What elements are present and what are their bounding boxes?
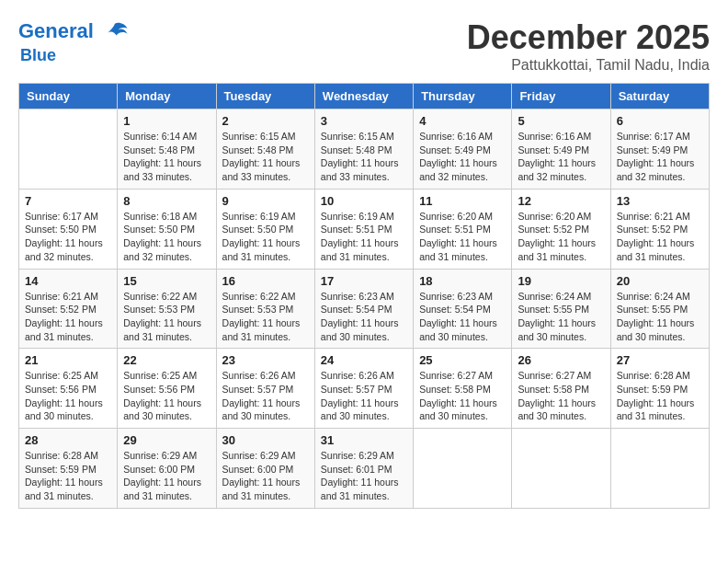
logo: General Blue: [18, 18, 129, 65]
calendar-cell: 13Sunrise: 6:21 AMSunset: 5:52 PMDayligh…: [610, 189, 709, 269]
day-info: Sunrise: 6:27 AMSunset: 5:58 PMDaylight:…: [518, 369, 604, 423]
day-info: Sunrise: 6:22 AMSunset: 5:53 PMDaylight:…: [123, 290, 210, 344]
day-number: 2: [222, 114, 309, 128]
calendar-cell: 8Sunrise: 6:18 AMSunset: 5:50 PMDaylight…: [118, 189, 216, 269]
calendar-cell: 18Sunrise: 6:23 AMSunset: 5:54 PMDayligh…: [414, 269, 512, 349]
calendar-cell: 10Sunrise: 6:19 AMSunset: 5:51 PMDayligh…: [314, 189, 413, 269]
weekday-header-tuesday: Tuesday: [216, 84, 314, 109]
weekday-header-thursday: Thursday: [414, 84, 512, 109]
day-number: 21: [25, 353, 111, 367]
day-info: Sunrise: 6:23 AMSunset: 5:54 PMDaylight:…: [419, 290, 506, 344]
day-number: 9: [222, 194, 309, 208]
calendar-week-row: 28Sunrise: 6:28 AMSunset: 5:59 PMDayligh…: [19, 429, 710, 509]
calendar-cell: 19Sunrise: 6:24 AMSunset: 5:55 PMDayligh…: [512, 269, 610, 349]
day-number: 4: [419, 114, 506, 128]
calendar-cell: 9Sunrise: 6:19 AMSunset: 5:50 PMDaylight…: [216, 189, 314, 269]
weekday-header-saturday: Saturday: [610, 84, 709, 109]
day-number: 22: [123, 353, 210, 367]
day-number: 25: [419, 353, 506, 367]
location-subtitle: Pattukkottai, Tamil Nadu, India: [467, 57, 710, 74]
day-number: 27: [617, 353, 703, 367]
day-info: Sunrise: 6:15 AMSunset: 5:48 PMDaylight:…: [321, 130, 407, 184]
day-number: 12: [518, 194, 604, 208]
day-info: Sunrise: 6:20 AMSunset: 5:51 PMDaylight:…: [419, 210, 506, 264]
day-info: Sunrise: 6:21 AMSunset: 5:52 PMDaylight:…: [617, 210, 703, 264]
day-number: 24: [321, 353, 407, 367]
calendar-cell: 12Sunrise: 6:20 AMSunset: 5:52 PMDayligh…: [512, 189, 610, 269]
day-info: Sunrise: 6:24 AMSunset: 5:55 PMDaylight:…: [617, 290, 703, 344]
logo-blue-text: Blue: [20, 46, 129, 65]
weekday-header-wednesday: Wednesday: [314, 84, 413, 109]
calendar-cell: 28Sunrise: 6:28 AMSunset: 5:59 PMDayligh…: [19, 429, 118, 509]
calendar-cell: 24Sunrise: 6:26 AMSunset: 5:57 PMDayligh…: [314, 349, 413, 429]
day-number: 19: [518, 274, 604, 288]
calendar-cell: 2Sunrise: 6:15 AMSunset: 5:48 PMDaylight…: [216, 109, 314, 190]
calendar-cell: [414, 429, 512, 509]
day-info: Sunrise: 6:19 AMSunset: 5:50 PMDaylight:…: [222, 210, 309, 264]
day-info: Sunrise: 6:26 AMSunset: 5:57 PMDaylight:…: [222, 369, 309, 423]
day-number: 3: [321, 114, 407, 128]
day-info: Sunrise: 6:25 AMSunset: 5:56 PMDaylight:…: [25, 369, 111, 423]
weekday-header-sunday: Sunday: [19, 84, 118, 109]
calendar-cell: 6Sunrise: 6:17 AMSunset: 5:49 PMDaylight…: [610, 109, 709, 190]
calendar-cell: [610, 429, 709, 509]
day-info: Sunrise: 6:24 AMSunset: 5:55 PMDaylight:…: [518, 290, 604, 344]
calendar-cell: [19, 109, 118, 190]
day-info: Sunrise: 6:19 AMSunset: 5:51 PMDaylight:…: [321, 210, 407, 264]
calendar-cell: 5Sunrise: 6:16 AMSunset: 5:49 PMDaylight…: [512, 109, 610, 190]
day-info: Sunrise: 6:18 AMSunset: 5:50 PMDaylight:…: [123, 210, 210, 264]
day-number: 16: [222, 274, 309, 288]
calendar-week-row: 1Sunrise: 6:14 AMSunset: 5:48 PMDaylight…: [19, 109, 710, 190]
day-info: Sunrise: 6:22 AMSunset: 5:53 PMDaylight:…: [222, 290, 309, 344]
day-number: 8: [123, 194, 210, 208]
day-number: 1: [123, 114, 210, 128]
logo-text: General: [18, 18, 129, 46]
calendar-cell: 7Sunrise: 6:17 AMSunset: 5:50 PMDaylight…: [19, 189, 118, 269]
day-number: 20: [617, 274, 703, 288]
day-number: 6: [617, 114, 703, 128]
calendar-cell: 26Sunrise: 6:27 AMSunset: 5:58 PMDayligh…: [512, 349, 610, 429]
logo-bird-icon: [101, 18, 129, 46]
calendar-cell: 27Sunrise: 6:28 AMSunset: 5:59 PMDayligh…: [610, 349, 709, 429]
weekday-header-friday: Friday: [512, 84, 610, 109]
calendar-week-row: 21Sunrise: 6:25 AMSunset: 5:56 PMDayligh…: [19, 349, 710, 429]
day-number: 5: [518, 114, 604, 128]
day-info: Sunrise: 6:17 AMSunset: 5:49 PMDaylight:…: [617, 130, 703, 184]
calendar-cell: 11Sunrise: 6:20 AMSunset: 5:51 PMDayligh…: [414, 189, 512, 269]
calendar-cell: [512, 429, 610, 509]
day-info: Sunrise: 6:26 AMSunset: 5:57 PMDaylight:…: [321, 369, 407, 423]
day-number: 28: [25, 433, 111, 447]
day-info: Sunrise: 6:23 AMSunset: 5:54 PMDaylight:…: [321, 290, 407, 344]
day-number: 18: [419, 274, 506, 288]
day-number: 14: [25, 274, 111, 288]
calendar-cell: 17Sunrise: 6:23 AMSunset: 5:54 PMDayligh…: [314, 269, 413, 349]
day-info: Sunrise: 6:27 AMSunset: 5:58 PMDaylight:…: [419, 369, 506, 423]
calendar-cell: 15Sunrise: 6:22 AMSunset: 5:53 PMDayligh…: [118, 269, 216, 349]
day-info: Sunrise: 6:17 AMSunset: 5:50 PMDaylight:…: [25, 210, 111, 264]
day-info: Sunrise: 6:16 AMSunset: 5:49 PMDaylight:…: [518, 130, 604, 184]
month-title: December 2025: [467, 18, 710, 57]
calendar-cell: 14Sunrise: 6:21 AMSunset: 5:52 PMDayligh…: [19, 269, 118, 349]
day-number: 26: [518, 353, 604, 367]
calendar-cell: 30Sunrise: 6:29 AMSunset: 6:00 PMDayligh…: [216, 429, 314, 509]
day-info: Sunrise: 6:15 AMSunset: 5:48 PMDaylight:…: [222, 130, 309, 184]
calendar-cell: 3Sunrise: 6:15 AMSunset: 5:48 PMDaylight…: [314, 109, 413, 190]
calendar-week-row: 14Sunrise: 6:21 AMSunset: 5:52 PMDayligh…: [19, 269, 710, 349]
day-info: Sunrise: 6:29 AMSunset: 6:00 PMDaylight:…: [222, 449, 309, 503]
day-number: 29: [123, 433, 210, 447]
calendar-table: SundayMondayTuesdayWednesdayThursdayFrid…: [18, 83, 710, 509]
day-info: Sunrise: 6:29 AMSunset: 6:01 PMDaylight:…: [321, 449, 407, 503]
calendar-cell: 29Sunrise: 6:29 AMSunset: 6:00 PMDayligh…: [118, 429, 216, 509]
day-info: Sunrise: 6:29 AMSunset: 6:00 PMDaylight:…: [123, 449, 210, 503]
day-info: Sunrise: 6:14 AMSunset: 5:48 PMDaylight:…: [123, 130, 210, 184]
title-block: December 2025 Pattukkottai, Tamil Nadu, …: [467, 18, 710, 74]
weekday-header-row: SundayMondayTuesdayWednesdayThursdayFrid…: [19, 84, 710, 109]
day-number: 17: [321, 274, 407, 288]
calendar-cell: 31Sunrise: 6:29 AMSunset: 6:01 PMDayligh…: [314, 429, 413, 509]
day-info: Sunrise: 6:25 AMSunset: 5:56 PMDaylight:…: [123, 369, 210, 423]
day-number: 13: [617, 194, 703, 208]
calendar-cell: 16Sunrise: 6:22 AMSunset: 5:53 PMDayligh…: [216, 269, 314, 349]
day-number: 7: [25, 194, 111, 208]
day-info: Sunrise: 6:28 AMSunset: 5:59 PMDaylight:…: [617, 369, 703, 423]
day-number: 11: [419, 194, 506, 208]
